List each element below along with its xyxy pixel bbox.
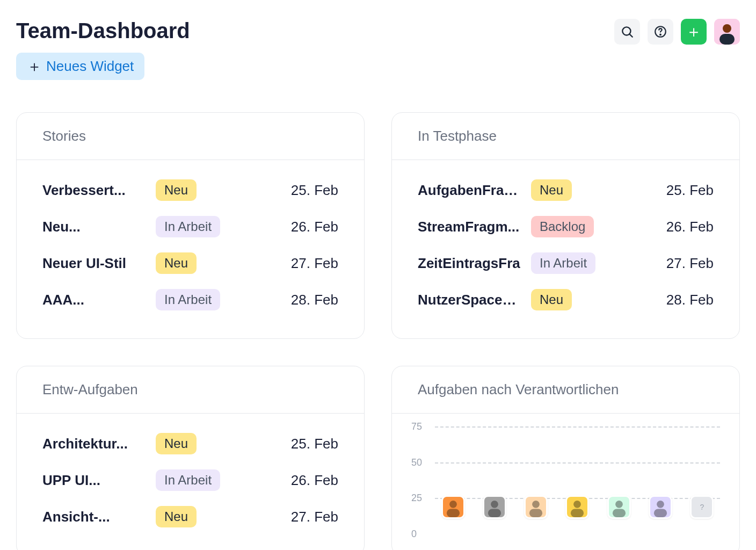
svg-rect-8 — [447, 509, 460, 517]
search-button[interactable] — [614, 19, 640, 45]
item-date: 27. Feb — [291, 255, 338, 272]
status-badge: Backlog — [531, 216, 594, 237]
item-title: AufgabenFragm... — [418, 182, 520, 199]
item-date: 28. Feb — [291, 292, 338, 308]
card-body: Architektur... Neu 25. Feb UPP UI... In … — [17, 414, 364, 550]
card-testphase: In Testphase AufgabenFragm... Neu 25. Fe… — [391, 112, 740, 339]
item-date: 26. Feb — [291, 472, 338, 489]
item-date: 26. Feb — [666, 219, 714, 235]
page-title: Team-Dashboard — [16, 19, 190, 43]
card-title: Entw-Aufgaben — [17, 366, 364, 414]
svg-rect-12 — [529, 509, 542, 517]
status-badge: Neu — [156, 506, 197, 527]
status-badge: In Arbeit — [156, 469, 220, 491]
dashboard-grid: Stories Verbessert... Neu 25. Feb Neu...… — [16, 112, 740, 550]
status-badge: Neu — [156, 433, 197, 454]
item-title: Ansicht-... — [42, 509, 145, 525]
svg-rect-10 — [488, 509, 501, 517]
new-widget-button[interactable]: ＋ Neues Widget — [16, 53, 144, 80]
assignee-avatar[interactable] — [607, 495, 631, 519]
svg-rect-14 — [571, 509, 584, 517]
new-widget-label: Neues Widget — [46, 58, 134, 75]
card-entw-aufgaben: Entw-Aufgaben Architektur... Neu 25. Feb… — [16, 366, 365, 550]
svg-line-1 — [629, 34, 632, 37]
item-date: 25. Feb — [666, 182, 714, 199]
svg-rect-18 — [654, 509, 667, 517]
svg-point-3 — [660, 34, 661, 35]
user-avatar[interactable] — [714, 19, 740, 45]
status-badge: In Arbeit — [531, 252, 595, 274]
help-button[interactable] — [648, 19, 673, 45]
card-title: In Testphase — [392, 113, 739, 160]
y-tick-label: 75 — [411, 421, 422, 432]
item-title: StreamFragm... — [418, 219, 520, 235]
plus-icon: ＋ — [27, 59, 42, 74]
svg-point-9 — [491, 501, 498, 508]
assignee-avatar[interactable] — [483, 495, 506, 519]
item-title: Neu... — [42, 219, 145, 235]
card-body: AufgabenFragm... Neu 25. Feb StreamFragm… — [392, 160, 739, 338]
svg-point-17 — [657, 501, 664, 508]
assignee-avatar[interactable] — [649, 495, 672, 519]
list-item[interactable]: AufgabenFragm... Neu 25. Feb — [418, 179, 714, 201]
list-item[interactable]: StreamFragm... Backlog 26. Feb — [418, 216, 714, 237]
item-title: Architektur... — [42, 436, 145, 452]
card-body: Verbessert... Neu 25. Feb Neu... In Arbe… — [17, 160, 364, 338]
svg-point-7 — [449, 501, 457, 508]
item-title: Verbessert... — [42, 182, 145, 199]
card-stories: Stories Verbessert... Neu 25. Feb Neu...… — [16, 112, 365, 339]
chart-body: 0255075? — [392, 414, 739, 539]
card-title: Stories — [17, 113, 364, 160]
list-item[interactable]: Ansicht-... Neu 27. Feb — [42, 506, 338, 527]
list-item[interactable]: Architektur... Neu 25. Feb — [42, 433, 338, 454]
y-tick-label: 0 — [411, 529, 417, 540]
plus-icon: ＋ — [686, 24, 702, 40]
item-date: 25. Feb — [291, 436, 338, 452]
list-item[interactable]: Neu... In Arbeit 26. Feb — [42, 216, 338, 237]
header-right: ＋ — [614, 19, 740, 45]
search-icon — [620, 25, 634, 39]
item-date: 28. Feb — [666, 292, 714, 308]
card-assignee-chart: Aufgaben nach Verantwortlichen 0255075? — [391, 366, 740, 550]
item-title: ZeitEintragsFra — [418, 255, 520, 272]
y-tick-label: 50 — [411, 457, 422, 468]
svg-rect-16 — [613, 509, 626, 517]
status-badge: Neu — [531, 179, 572, 201]
svg-point-13 — [574, 501, 581, 508]
header-left: Team-Dashboard ＋ Neues Widget — [16, 19, 190, 80]
status-badge: In Arbeit — [156, 216, 220, 237]
list-item[interactable]: AAA... In Arbeit 28. Feb — [42, 289, 338, 310]
item-date: 27. Feb — [666, 255, 714, 272]
status-badge: Neu — [156, 179, 197, 201]
y-tick-label: 25 — [411, 493, 422, 504]
svg-point-5 — [723, 24, 731, 33]
item-date: 26. Feb — [291, 219, 338, 235]
status-badge: Neu — [156, 252, 197, 274]
header: Team-Dashboard ＋ Neues Widget ＋ — [16, 19, 740, 80]
svg-point-11 — [532, 501, 540, 508]
item-title: Neuer UI-Stil — [42, 255, 145, 272]
list-item[interactable]: Verbessert... Neu 25. Feb — [42, 179, 338, 201]
assignee-avatar[interactable] — [565, 495, 589, 519]
status-badge: In Arbeit — [156, 289, 220, 310]
item-date: 27. Feb — [291, 509, 338, 525]
item-date: 25. Feb — [291, 182, 338, 199]
assignee-avatar[interactable] — [524, 495, 548, 519]
item-title: NutzerSpaceListe — [418, 292, 520, 308]
assignee-avatar[interactable] — [441, 495, 465, 519]
svg-point-15 — [615, 501, 623, 508]
help-icon — [653, 25, 667, 39]
item-title: UPP UI... — [42, 472, 145, 489]
chart-area: 0255075? — [435, 426, 720, 534]
avatar-image — [714, 19, 740, 45]
list-item[interactable]: Neuer UI-Stil Neu 27. Feb — [42, 252, 338, 274]
list-item[interactable]: UPP UI... In Arbeit 26. Feb — [42, 469, 338, 491]
item-title: AAA... — [42, 292, 145, 308]
bars-container: ? — [435, 426, 720, 534]
assignee-avatar-unknown[interactable]: ? — [690, 495, 714, 519]
list-item[interactable]: NutzerSpaceListe Neu 28. Feb — [418, 289, 714, 310]
card-title: Aufgaben nach Verantwortlichen — [392, 366, 739, 414]
status-badge: Neu — [531, 289, 572, 310]
add-button[interactable]: ＋ — [681, 19, 707, 45]
list-item[interactable]: ZeitEintragsFra In Arbeit 27. Feb — [418, 252, 714, 274]
